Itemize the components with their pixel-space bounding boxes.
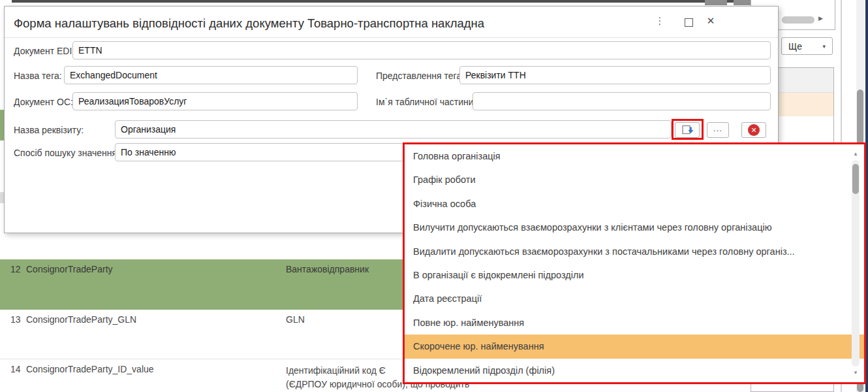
dropdown-item[interactable]: Повне юр. найменування — [405, 311, 864, 335]
row-number: 12 — [10, 264, 21, 274]
os-doc-input[interactable] — [72, 92, 358, 110]
dropdown-scrollbar[interactable] — [852, 160, 860, 367]
more-button[interactable]: Ще ▾ — [781, 37, 833, 55]
tag-view-label: Представлення тега: — [376, 71, 464, 81]
background-toolbar-fragment — [705, 0, 727, 5]
dropdown-item[interactable]: Фізична особа — [405, 192, 864, 216]
attr-name-input[interactable] — [115, 120, 672, 139]
dialog-title: Форма налаштувань відповідності даних до… — [14, 16, 484, 31]
row-tag[interactable]: ConsignorTradeParty — [26, 264, 113, 274]
row-tag[interactable]: ConsignorTradeParty_ID_value — [26, 364, 154, 374]
scroll-down-icon[interactable]: ▼ — [853, 370, 858, 376]
more-button-label: Ще — [788, 41, 802, 52]
dropdown-item[interactable]: Головна організація — [405, 144, 864, 168]
clear-button[interactable]: ✕ — [741, 122, 766, 138]
scroll-up-icon[interactable]: ▲ — [853, 151, 858, 157]
dropdown-item[interactable]: Видалити допускаються взаєморозрахунки з… — [405, 240, 864, 263]
edi-label: Документ EDI: — [14, 46, 74, 56]
tag-view-input[interactable] — [459, 66, 771, 84]
dropdown-item[interactable]: Вилучити допускаються взаєморозрахунки з… — [405, 216, 864, 239]
dropdown-item[interactable]: В організації є відокремлені підрозділи — [405, 263, 864, 287]
tag-name-input[interactable] — [64, 66, 358, 84]
ellipsis-icon: ... — [713, 123, 722, 133]
row-number: 14 — [10, 364, 21, 374]
edi-input[interactable] — [72, 41, 771, 59]
attr-name-label: Назва реквізиту: — [14, 125, 84, 135]
row-number: 13 — [10, 314, 21, 325]
maximize-icon[interactable] — [685, 18, 693, 27]
dialog-titlebar[interactable]: Форма налаштувань відповідності даних до… — [5, 7, 778, 38]
dropdown-item[interactable]: Дата реєстрації — [405, 287, 864, 310]
tabular-name-label: Ім`я табличної частини: — [376, 97, 476, 107]
tag-name-label: Назва тега: — [14, 71, 62, 81]
dropdown-item[interactable]: Графік роботи — [405, 168, 864, 191]
dropdown-item[interactable]: Відокремлений підрозділ (філія) — [405, 359, 864, 382]
row-description[interactable]: Вантажовідправник — [286, 264, 369, 274]
annotation-highlight-box — [672, 119, 704, 140]
browse-button[interactable]: ... — [707, 122, 729, 138]
kebab-menu-icon[interactable]: ⋮ — [655, 15, 665, 27]
tabular-name-input[interactable] — [473, 92, 771, 110]
background-window-top-edge — [12, 0, 777, 3]
row-tag[interactable]: ConsignorTradeParty_GLN — [26, 314, 136, 325]
dropdown-item-selected[interactable]: Скорочене юр. найменування — [405, 335, 864, 358]
dropdown-scrollbar-thumb[interactable] — [852, 164, 859, 194]
scroll-right-icon[interactable]: ▶ — [818, 15, 823, 22]
chevron-down-icon: ▾ — [822, 43, 826, 50]
attribute-dropdown: Головна організація Графік роботи Фізичн… — [403, 142, 866, 384]
clear-icon: ✕ — [748, 124, 760, 136]
row-description[interactable]: GLN — [286, 314, 305, 325]
screen: ▶ Ще ▾ 12 ConsignorTradeParty Вантажовід… — [0, 0, 868, 392]
horizontal-scrollbar[interactable] — [782, 16, 814, 24]
search-method-label: Спосіб пошуку значення: — [14, 148, 119, 158]
close-icon[interactable]: ✕ — [704, 15, 717, 27]
os-doc-label: Документ ОС: — [14, 97, 73, 107]
